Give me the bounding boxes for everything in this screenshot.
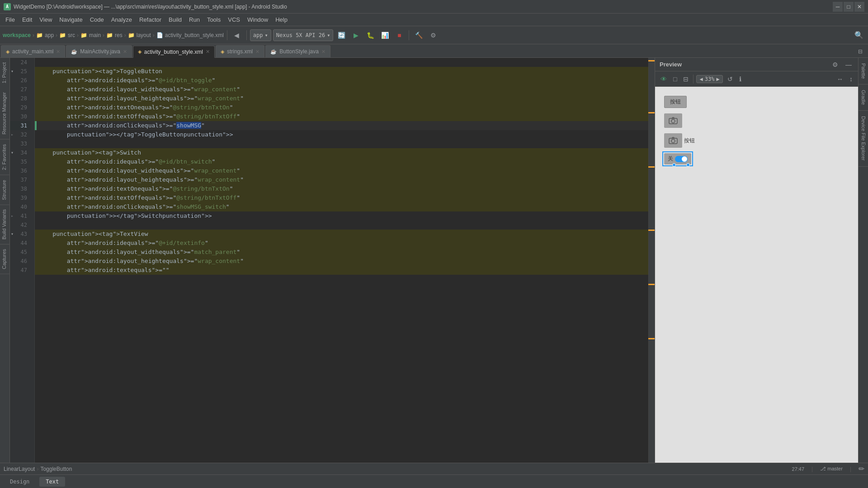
preview-settings-button[interactable]: ⚙ — [830, 60, 840, 69]
menu-navigate[interactable]: Navigate — [56, 14, 86, 25]
panel-tab-structure[interactable]: Structure — [0, 175, 9, 205]
breadcrumb-filename[interactable]: activity_button_style.xml — [165, 32, 224, 38]
menu-code[interactable]: Code — [86, 14, 108, 25]
code-line-36[interactable]: attr">android:layout_widthequals">="wrap… — [35, 166, 648, 175]
build-button[interactable]: 🔨 — [412, 29, 425, 42]
zoom-control[interactable]: ◀ 33% ▶ — [696, 75, 722, 83]
code-line-33[interactable] — [35, 139, 648, 148]
menu-window[interactable]: Window — [244, 14, 272, 25]
preview-split-button[interactable]: ⊟ — [681, 75, 690, 84]
selection-handle-bottom-left[interactable] — [672, 163, 676, 167]
code-line-39[interactable]: attr">android:textOffequals">="@string/b… — [35, 193, 648, 202]
code-line-46[interactable]: attr">android:layout_heightequals">="wra… — [35, 257, 648, 266]
fold-open-icon[interactable]: ▾ — [11, 148, 14, 157]
code-line-25[interactable]: punctuation"><tag">ToggleButton — [35, 67, 648, 76]
tab-close-strings[interactable]: ✕ — [255, 49, 259, 55]
preview-horiz-arrows-button[interactable]: ↕ — [848, 75, 854, 84]
panel-tab-gradle[interactable]: Gradle — [859, 84, 868, 111]
code-line-41[interactable]: punctuation">></tag">Switchpunctuation">… — [35, 211, 648, 221]
bottom-tab-design[interactable]: Design — [4, 477, 36, 487]
tab-activity-main-xml[interactable]: ◈ activity_main.xml ✕ — [1, 45, 65, 57]
tab-buttonstyle-java[interactable]: ☕ ButtonStyle.java ✕ — [265, 45, 330, 57]
code-line-26[interactable]: attr">android:idequals">="@+id/btn_toggl… — [35, 76, 648, 85]
search-everywhere-button[interactable]: 🔍 — [853, 29, 865, 42]
zoom-increase-icon[interactable]: ▶ — [716, 76, 719, 82]
code-line-37[interactable]: attr">android:layout_heightequals">="wra… — [35, 175, 648, 184]
minimize-button[interactable]: ─ — [833, 2, 843, 12]
zoom-reset-button[interactable]: ↺ — [726, 75, 735, 84]
tab-strings-xml[interactable]: ◈ strings.xml ✕ — [216, 45, 264, 57]
code-line-32[interactable]: punctuation">></tag">ToggleButtonpunctua… — [35, 130, 648, 139]
breadcrumb-src[interactable]: src — [68, 32, 75, 38]
code-line-27[interactable]: attr">android:layout_widthequals">="wrap… — [35, 85, 648, 94]
code-line-40[interactable]: attr">android:onClickequals">="showMSG_s… — [35, 202, 648, 211]
preview-info-button[interactable]: ℹ — [737, 75, 743, 84]
code-line-45[interactable]: attr">android:layout_widthequals">="matc… — [35, 248, 648, 257]
tab-split-view[interactable]: ⊟ — [854, 45, 867, 57]
fold-open-icon[interactable]: ▾ — [11, 67, 14, 76]
breadcrumb-layout[interactable]: layout — [137, 32, 151, 38]
panel-tab-project[interactable]: 1: Project — [0, 58, 9, 88]
close-button[interactable]: ✕ — [854, 2, 864, 12]
preview-collapse-button[interactable]: — — [844, 60, 854, 69]
preview-eye-button[interactable]: 👁 — [659, 75, 669, 84]
sync-button[interactable]: 🔄 — [335, 29, 348, 42]
code-line-44[interactable]: attr">android:idequals">="@+id/textinfo" — [35, 239, 648, 248]
menu-edit[interactable]: Edit — [19, 14, 36, 25]
tab-close-buttonstyle[interactable]: ✕ — [321, 49, 326, 55]
menu-help[interactable]: Help — [272, 14, 291, 25]
preview-blueprint-button[interactable]: □ — [671, 75, 679, 84]
restore-button[interactable]: □ — [844, 2, 854, 12]
breadcrumb-workspace[interactable]: workspace — [3, 32, 31, 38]
run-config-dropdown[interactable]: app ▾ — [250, 29, 271, 41]
preview-vert-arrows-button[interactable]: ↔ — [835, 75, 845, 84]
code-line-42[interactable] — [35, 221, 648, 230]
stop-button[interactable]: ■ — [393, 29, 406, 42]
breadcrumb-app[interactable]: app — [45, 32, 54, 38]
panel-tab-favorites[interactable]: 2: Favorites — [0, 140, 9, 175]
panel-tab-resource-manager[interactable]: Resource Manager — [0, 88, 9, 140]
menu-tools[interactable]: Tools — [203, 14, 224, 25]
panel-tab-palette[interactable]: Palette — [859, 58, 868, 84]
panel-tab-device-file-explorer[interactable]: Device File Explorer — [859, 111, 868, 166]
code-line-31[interactable]: attr">android:onClickequals">="showMSG" — [35, 121, 648, 130]
fold-open-icon[interactable]: ▾ — [11, 230, 14, 239]
code-editor[interactable]: punctuation"><tag">ToggleButton attr">an… — [35, 58, 648, 463]
tab-close-activity-button-style[interactable]: ✕ — [206, 49, 210, 55]
tab-activity-button-style-xml[interactable]: ◈ activity_button_style.xml ✕ — [133, 46, 215, 58]
code-line-38[interactable]: attr">android:textOnequals">="@string/bt… — [35, 184, 648, 193]
menu-file[interactable]: File — [2, 14, 19, 25]
code-line-47[interactable]: attr">android:textequals">="" — [35, 266, 648, 275]
menu-view[interactable]: View — [36, 14, 56, 25]
zoom-decrease-icon[interactable]: ◀ — [699, 76, 703, 82]
status-edit-button[interactable]: ✏ — [859, 465, 864, 473]
tab-close-activity-main[interactable]: ✕ — [56, 49, 60, 55]
debug-button[interactable]: 🐛 — [364, 29, 377, 42]
code-line-29[interactable]: attr">android:textOnequals">="@string/bt… — [35, 103, 648, 112]
panel-tab-build-variants[interactable]: Build Variants — [0, 205, 9, 244]
menu-build[interactable]: Build — [165, 14, 185, 25]
breadcrumb-res[interactable]: res — [115, 32, 123, 38]
code-line-43[interactable]: punctuation"><tag">TextView — [35, 230, 648, 239]
run-button[interactable]: ▶ — [349, 29, 362, 42]
settings-button[interactable]: ⚙ — [427, 29, 439, 42]
breadcrumb-main[interactable]: main — [89, 32, 101, 38]
tab-close-mainactivity[interactable]: ✕ — [123, 49, 127, 55]
code-line-30[interactable]: attr">android:textOffequals">="@string/b… — [35, 112, 648, 121]
back-navigation-button[interactable]: ◀ — [231, 29, 243, 42]
menu-vcs[interactable]: VCS — [224, 14, 244, 25]
android-camera-button2[interactable] — [664, 133, 682, 148]
menu-run[interactable]: Run — [185, 14, 203, 25]
tab-mainactivity-java[interactable]: ☕ MainActivity.java ✕ — [66, 45, 132, 57]
bottom-tab-text[interactable]: Text — [39, 477, 65, 487]
panel-tab-captures[interactable]: Captures — [0, 244, 9, 274]
selection-handle-bottom-right[interactable] — [686, 163, 690, 167]
code-line-28[interactable]: attr">android:layout_heightequals">="wra… — [35, 94, 648, 103]
fold-close-icon[interactable]: ▸ — [11, 130, 14, 139]
profile-button[interactable]: 📊 — [378, 29, 391, 42]
android-camera-button[interactable] — [664, 113, 682, 128]
menu-refactor[interactable]: Refactor — [136, 14, 165, 25]
code-line-24[interactable] — [35, 58, 648, 67]
fold-close-icon[interactable]: ▸ — [11, 211, 14, 221]
android-button-widget[interactable]: 按钮 — [664, 96, 687, 108]
